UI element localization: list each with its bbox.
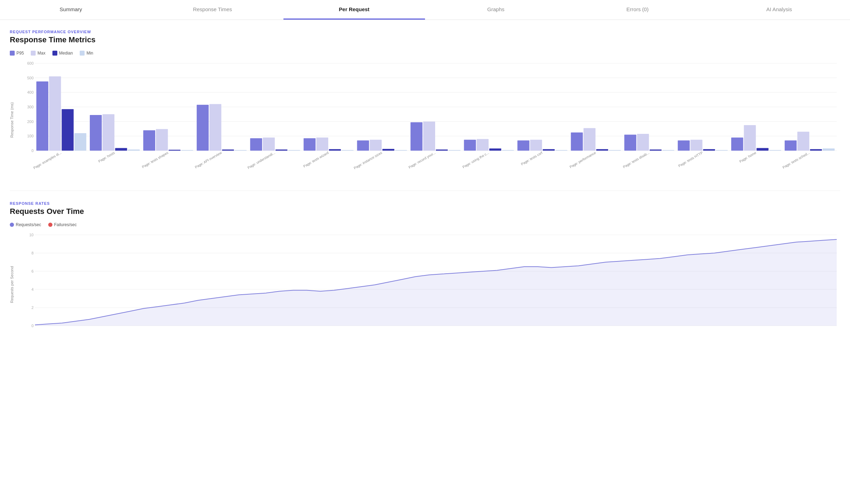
svg-rect-47 <box>395 150 407 151</box>
svg-rect-64 <box>571 132 583 151</box>
legend-requests: Requests/sec <box>10 222 41 227</box>
svg-rect-32 <box>235 150 247 151</box>
svg-rect-52 <box>448 150 460 151</box>
svg-text:Page: tests csrf: Page: tests csrf <box>520 151 543 166</box>
legend-max: Max <box>31 51 45 56</box>
bar-chart-wrapper: Response Time (ms) 0100200300400500600Pa… <box>10 60 840 180</box>
tab-graphs[interactable]: Graphs <box>425 0 567 20</box>
line-chart-wrapper: Requests per Second 0246810 <box>10 231 840 338</box>
svg-text:300: 300 <box>27 105 34 109</box>
legend-min-label: Min <box>86 51 93 56</box>
tab-ai-analysis[interactable]: AI Analysis <box>708 0 850 20</box>
svg-rect-69 <box>624 135 636 151</box>
line-chart-area: 0246810 <box>22 231 840 338</box>
svg-rect-34 <box>250 138 262 151</box>
svg-text:Page: tests shapes: Page: tests shapes <box>141 151 169 169</box>
svg-rect-84 <box>785 141 797 151</box>
bar-chart-svg: 0100200300400500600Page: examples di...P… <box>22 60 840 179</box>
svg-rect-29 <box>197 105 209 151</box>
svg-rect-45 <box>370 140 382 151</box>
legend-p95-label: P95 <box>16 51 24 56</box>
svg-rect-65 <box>584 128 596 151</box>
svg-text:Page: performance: Page: performance <box>569 151 597 169</box>
legend-failures: Failures/sec <box>48 222 77 227</box>
legend-min: Min <box>80 51 93 56</box>
legend-p95-icon <box>10 51 15 56</box>
svg-rect-51 <box>436 150 448 151</box>
tab-per-request[interactable]: Per Request <box>283 0 425 20</box>
tab-errors[interactable]: Errors (0) <box>567 0 708 20</box>
svg-text:Page: API overview: Page: API overview <box>194 151 223 169</box>
svg-rect-75 <box>690 140 702 151</box>
legend-max-label: Max <box>37 51 45 56</box>
section1-label: REQUEST PERFORMANCE OVERVIEW <box>10 30 840 34</box>
svg-text:Page: record your...: Page: record your... <box>408 151 436 169</box>
svg-marker-101 <box>35 239 837 326</box>
line-chart-y-label: Requests per Second <box>10 231 20 338</box>
svg-text:Page: using the c...: Page: using the c... <box>462 151 490 169</box>
tab-summary[interactable]: Summary <box>0 0 142 20</box>
svg-text:100: 100 <box>27 134 34 138</box>
svg-text:Page: hosts: Page: hosts <box>98 151 115 163</box>
svg-rect-76 <box>703 149 715 151</box>
svg-rect-14 <box>36 81 48 151</box>
svg-rect-66 <box>596 149 608 151</box>
svg-rect-21 <box>115 148 127 151</box>
svg-rect-39 <box>304 138 316 151</box>
section2-title: Requests Over Time <box>10 207 840 216</box>
svg-text:Page: tests sched...: Page: tests sched... <box>782 151 811 169</box>
line-chart-section: RESPONSE RATES Requests Over Time Reques… <box>10 201 840 338</box>
svg-text:Page: tests HTTP: Page: tests HTTP <box>678 151 704 168</box>
tab-response-times[interactable]: Response Times <box>142 0 283 20</box>
svg-rect-20 <box>102 114 114 151</box>
svg-rect-67 <box>609 150 621 151</box>
svg-rect-19 <box>90 115 102 151</box>
svg-rect-72 <box>662 150 674 151</box>
svg-rect-70 <box>637 134 649 151</box>
line-chart-svg: 0246810 <box>22 231 840 336</box>
svg-text:500: 500 <box>27 76 34 80</box>
legend-failures-icon <box>48 223 52 227</box>
svg-rect-42 <box>341 150 353 151</box>
svg-text:400: 400 <box>27 90 34 94</box>
svg-rect-16 <box>62 109 73 151</box>
svg-rect-86 <box>810 149 822 151</box>
svg-rect-57 <box>502 150 514 151</box>
svg-rect-36 <box>275 150 287 151</box>
svg-rect-25 <box>156 129 168 151</box>
svg-text:Page: tests wizard: Page: tests wizard <box>303 151 329 168</box>
svg-text:Page: examples di...: Page: examples di... <box>33 151 62 170</box>
bar-chart-y-label: Response Time (ms) <box>10 60 20 180</box>
legend-max-icon <box>31 51 36 56</box>
svg-rect-27 <box>181 150 193 151</box>
svg-rect-56 <box>489 149 501 151</box>
svg-rect-26 <box>168 150 180 151</box>
svg-rect-62 <box>555 150 567 151</box>
svg-text:200: 200 <box>27 120 34 124</box>
svg-rect-59 <box>517 141 529 151</box>
legend-failures-label: Failures/sec <box>54 222 77 227</box>
svg-rect-50 <box>423 122 435 151</box>
bar-chart-legend: P95 Max Median Min <box>10 51 840 56</box>
svg-text:0: 0 <box>31 324 34 328</box>
svg-text:Page: instance sizes: Page: instance sizes <box>353 151 383 170</box>
svg-rect-87 <box>823 149 835 151</box>
svg-text:10: 10 <box>29 233 34 237</box>
svg-rect-81 <box>757 148 769 151</box>
bar-chart-section: REQUEST PERFORMANCE OVERVIEW Response Ti… <box>10 30 840 180</box>
section2-label: RESPONSE RATES <box>10 201 840 206</box>
svg-rect-31 <box>222 150 234 151</box>
legend-p95: P95 <box>10 51 24 56</box>
legend-median-icon <box>52 51 57 56</box>
svg-rect-54 <box>464 140 476 151</box>
legend-requests-label: Requests/sec <box>16 222 41 227</box>
svg-rect-37 <box>288 150 300 151</box>
legend-median: Median <box>52 51 73 56</box>
svg-rect-24 <box>143 130 155 151</box>
svg-rect-61 <box>543 149 555 151</box>
section-divider <box>10 190 840 191</box>
svg-rect-79 <box>731 138 743 151</box>
svg-rect-80 <box>744 125 756 151</box>
svg-text:8: 8 <box>31 251 34 255</box>
svg-rect-85 <box>797 132 809 151</box>
